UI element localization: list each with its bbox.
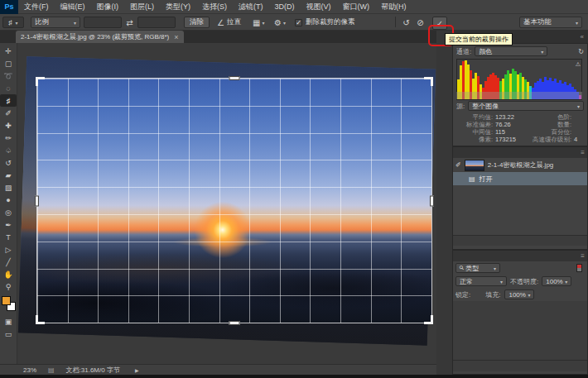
fill-input[interactable]: 100% ▾ [504, 289, 534, 299]
menu-item[interactable]: 编辑(E) [55, 0, 91, 14]
menu-item[interactable]: 文件(F) [18, 0, 55, 14]
lasso-tool-icon[interactable]: ➰ [0, 69, 17, 82]
panel-menu-icon[interactable]: ≡ [581, 252, 585, 260]
aspect-ratio-dropdown[interactable]: 比例 ▾ [31, 17, 80, 28]
stat-label: 数量: [520, 121, 571, 128]
clear-button[interactable]: 清除 [184, 17, 210, 28]
path-select-tool-icon[interactable]: ▷ [0, 243, 17, 256]
pen-tool-icon[interactable]: ✒ [0, 218, 17, 231]
histogram-stat-row: 平均值:123.22 [455, 113, 520, 121]
swap-values-icon[interactable]: ⇄ [124, 17, 135, 28]
hand-tool-icon[interactable]: ✋ [0, 268, 17, 280]
panel-column: « 通道: 颜色 ▾ ↻ ⚠ 源: 整个图像 [452, 31, 588, 375]
channel-value: 颜色 [479, 47, 492, 56]
close-icon[interactable]: × [174, 33, 178, 41]
blur-tool-icon[interactable]: ● [0, 194, 17, 206]
crop-tool-icon[interactable]: ♯ [0, 94, 17, 107]
panel-menu-icon[interactable]: ≡ [581, 149, 585, 156]
menu-item[interactable]: 3D(D) [269, 0, 301, 14]
menu-item[interactable]: 类型(Y) [160, 0, 196, 14]
foreground-color-swatch[interactable] [2, 296, 11, 305]
histogram-stat-row: 百分位: [520, 128, 586, 136]
menu-item[interactable]: 图层(L) [124, 0, 160, 14]
move-tool-icon[interactable]: ✛ [0, 45, 17, 57]
crop-handle-bottom-right[interactable] [424, 315, 433, 324]
line-tool-icon[interactable]: ╱ [0, 256, 17, 268]
histogram-stat-row: 像素:173215 [455, 136, 520, 143]
histogram-stat-row: 色阶: [520, 113, 586, 121]
menu-item[interactable]: 视图(V) [301, 0, 337, 14]
type-tool-icon[interactable]: T [0, 231, 17, 243]
crop-preview-region[interactable] [37, 79, 431, 323]
chevron-down-icon: ▾ [528, 292, 530, 298]
menu-item[interactable]: 帮助(H) [375, 0, 412, 14]
menu-item[interactable]: 选择(S) [196, 0, 233, 14]
crop-handle-left[interactable] [35, 195, 39, 206]
eraser-tool-icon[interactable]: ▰ [0, 169, 17, 181]
window-bottom-edge [0, 375, 588, 378]
marquee-tool-icon[interactable]: ▢ [0, 57, 17, 69]
clone-stamp-tool-icon[interactable]: ♤ [0, 144, 17, 156]
workspace-dropdown[interactable]: 基本功能 ▾ [519, 17, 582, 28]
crop-handle-bottom[interactable] [229, 321, 240, 325]
brush-tool-icon[interactable]: ✏ [0, 132, 17, 144]
opacity-input[interactable]: 100% ▾ [542, 276, 571, 286]
dodge-tool-icon[interactable]: ◎ [0, 206, 17, 218]
panel-dock: « 通道: 颜色 ▾ ↻ ⚠ 源: 整个图像 [436, 31, 588, 375]
source-dropdown[interactable]: 整个图像 ▾ [468, 101, 584, 111]
straighten-button[interactable]: ∠ 拉直 [217, 17, 241, 28]
history-snapshot-row[interactable]: ✐ 2-1-4密歇根湖之晨.jpg [453, 158, 587, 172]
cached-data-warning-icon[interactable]: ⚠ [576, 61, 581, 68]
crop-options-button[interactable]: ⚙ ▾ [274, 17, 286, 28]
history-state-row[interactable]: ▤ 打开 [453, 172, 587, 185]
ratio-width-input[interactable] [84, 17, 122, 28]
color-swatches[interactable] [0, 295, 17, 315]
layer-filter-kind-dropdown[interactable]: ⚲ 类型 ▾ [455, 263, 500, 273]
crop-tool-preset[interactable]: ♯ ▾ [2, 17, 24, 28]
history-brush-tool-icon[interactable]: ↺ [0, 156, 17, 169]
crop-handle-top[interactable] [229, 76, 240, 80]
zoom-tool-icon[interactable]: ⚲ [0, 280, 17, 293]
delete-cropped-pixels-checkbox[interactable]: ✓ 删除裁剪的像素 [295, 17, 355, 28]
channel-dropdown[interactable]: 颜色 ▾ [475, 46, 547, 56]
collapsed-panel-strip [436, 31, 452, 375]
crop-handle-top-right[interactable] [424, 77, 433, 86]
crop-handle-top-left[interactable] [36, 77, 45, 86]
menu-item[interactable]: 窗口(W) [337, 0, 376, 14]
toolbar-extra-icons: ▣▭ [0, 315, 17, 340]
reset-crop-button[interactable]: ↺ [401, 17, 412, 28]
filter-switch-icon[interactable] [576, 264, 582, 272]
ratio-height-input[interactable] [137, 17, 176, 28]
crop-handle-right[interactable] [430, 195, 434, 206]
tool-list: ✛▢➰◌♯✐✚✏♤↺▰▨●◎✒T▷╱✋⚲ [0, 45, 17, 293]
quick-mask-icon[interactable]: ▣ [0, 315, 17, 328]
stat-label: 百分位: [520, 128, 571, 136]
cancel-crop-button[interactable]: ⊘ [415, 17, 426, 28]
eyedropper-tool-icon[interactable]: ✐ [0, 107, 17, 119]
history-brush-source-icon[interactable]: ✐ [455, 161, 461, 169]
status-arrow-icon[interactable]: ▶ [135, 367, 139, 373]
tooltip: 提交当前的裁剪操作 [445, 33, 513, 45]
document-tab[interactable]: 2-1-4密歇根湖之晨.jpg @ 23% (裁剪预览, RGB/8*) × [16, 31, 184, 43]
overlay-options-button[interactable]: ▦ ▾ [253, 17, 264, 28]
zoom-level[interactable]: 23% [23, 366, 36, 374]
refresh-histogram-icon[interactable]: ↻ [578, 48, 584, 55]
canvas-area[interactable] [17, 43, 436, 364]
document-tab-title: 2-1-4密歇根湖之晨.jpg @ 23% (裁剪预览, RGB/8*) [21, 32, 169, 41]
blend-mode-dropdown[interactable]: 正常 ▾ [455, 276, 507, 286]
blend-mode-value: 正常 [460, 277, 473, 286]
chevron-down-icon: ▾ [283, 20, 286, 26]
chevron-down-icon: ▾ [541, 49, 543, 55]
layers-panel: ≡ ⚲ 类型 ▾ 正常 ▾ [452, 250, 588, 375]
gradient-tool-icon[interactable]: ▨ [0, 181, 17, 194]
histogram-stat-row: 中间值:115 [455, 128, 520, 136]
chevron-down-icon: ▾ [262, 20, 264, 26]
screen-mode-icon[interactable]: ▭ [0, 328, 17, 340]
kind-filter-label: 类型 [465, 264, 479, 273]
healing-tool-icon[interactable]: ✚ [0, 119, 17, 132]
crop-handle-bottom-left[interactable] [36, 315, 45, 324]
quick-select-tool-icon[interactable]: ◌ [0, 82, 17, 94]
menu-item[interactable]: 滤镜(T) [233, 0, 269, 14]
histogram-stat-row: 数量: [520, 121, 586, 128]
menu-item[interactable]: 图像(I) [91, 0, 125, 14]
